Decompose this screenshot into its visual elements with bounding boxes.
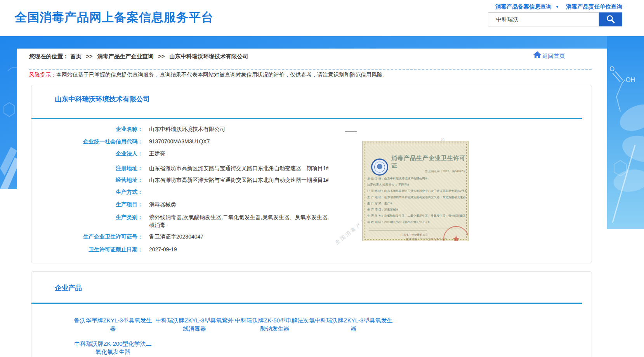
field-value: 2027-09-19	[149, 246, 177, 253]
field-label: 卫生许可证截止日期：	[50, 246, 143, 253]
certificate-fine-print	[369, 230, 427, 231]
nav-filing-query-link[interactable]: 消毒产品备案信息查询	[495, 3, 552, 10]
title-underline	[31, 118, 582, 119]
field-value: 山东中科瑞沃环境技术有限公司	[149, 125, 225, 133]
certificate-line: 法定代表人(或负责人)：王建亮※	[367, 182, 467, 188]
risk-notice: 风险提示：本网站仅基于已掌握的信息提供查询服务，查询结果不代表本网站对被查询对象…	[29, 71, 388, 78]
certificate-sheet: 消毒产品生产企业卫生许可证 鲁卫消证字〔2023〕第04047号 单 位 名 称…	[362, 141, 469, 241]
certificate-body: 单 位 名 称：山东中科瑞沃环境技术有限公司※ 法定代表人(或负责人)：王建亮※…	[367, 176, 467, 225]
certificate-line: 有 效 期 限：2023年9月20日至2027年9月19日※	[367, 219, 467, 225]
breadcrumb-home-link[interactable]: 首页	[70, 53, 82, 59]
field-label: 注册地址：	[50, 164, 143, 172]
scan-artifact-dash	[345, 131, 357, 132]
molecule-illustration: O OH	[607, 36, 644, 229]
field-value: 91370700MA3M3U1QX7	[149, 138, 210, 145]
field-value: 王建亮	[149, 150, 165, 157]
product-link[interactable]: 中科瑞沃牌ZKYL-3型臭氧发生器	[313, 316, 394, 333]
certificate-line: 单 位 名 称：山东中科瑞沃环境技术有限公司※	[367, 176, 467, 182]
certificate-title: 消毒产品生产企业卫生许可证	[391, 155, 467, 169]
top-nav: 消毒产品备案信息查询 ▼ 消毒产品责任单位查询	[495, 3, 622, 10]
certificate-line: 生 产 项 目：消毒器械※	[367, 207, 467, 213]
field-value: 山东省潍坊市高新区潍安路与宝通街交叉路口东北角自动变速器一期项目1#厂房	[149, 176, 340, 184]
field-label: 生产类别：	[50, 213, 143, 229]
breadcrumb-separator: >>	[158, 53, 165, 59]
breadcrumb-current: 山东中科瑞沃环境技术有限公司	[170, 53, 248, 59]
site-title: 全国消毒产品网上备案信息服务平台	[15, 9, 214, 26]
field-label: 经营地址：	[50, 176, 143, 184]
certificate-issuer: 山东省卫生健康委员会	[401, 233, 428, 237]
breadcrumb-prefix: 您现在的位置：	[29, 53, 69, 59]
company-name-title: 山东中科瑞沃环境技术有限公司	[55, 94, 150, 104]
health-emblem-icon	[371, 158, 388, 176]
certificate-fine-print	[369, 228, 461, 228]
svg-text:O: O	[609, 65, 614, 73]
field-row-license-expiry: 卫生许可证截止日期： 2027-09-19	[50, 246, 399, 253]
license-certificate-image: 全国消毒产品网上备案信息服务平台 全国消毒产品网上备案信息服务平台 消毒产品生产…	[328, 124, 472, 243]
field-label: 生产方式：	[50, 188, 143, 196]
product-link[interactable]: 中科瑞沃牌ZK-200型化学法二氧化氯发生器	[72, 340, 154, 356]
home-icon	[533, 51, 542, 60]
product-link[interactable]: 中科瑞沃牌ZK-50型电解法次氯酸钠发生器	[234, 316, 316, 333]
product-link[interactable]: 中科瑞沃牌ZKYL-3型臭氧紫外线消毒器	[154, 316, 235, 333]
field-label: 企业名称：	[50, 125, 143, 133]
company-info-card: 山东中科瑞沃环境技术有限公司 企业名称： 山东中科瑞沃环境技术有限公司 企业统一…	[31, 85, 592, 263]
certificate-issue-date: 批准日期：二〇二三年九月二十日	[406, 237, 447, 241]
certificate-number: 鲁卫消证字〔2023〕第04047号	[401, 169, 466, 173]
risk-notice-label: 风险提示：	[29, 71, 56, 78]
product-link[interactable]: 鲁沃华宇牌ZKYL-3型臭氧发生器	[72, 316, 154, 333]
field-value: 山东省潍坊市高新区潍安路与宝通街交叉路口东北角自动变速器一期项目1#厂房	[149, 164, 340, 172]
field-value: 鲁卫消证字202304047	[149, 233, 203, 240]
breadcrumb: 您现在的位置： 首页 >> 消毒产品生产企业查询 >> 山东中科瑞沃环境技术有限…	[29, 53, 248, 60]
main-container: 您现在的位置： 首页 >> 消毒产品生产企业查询 >> 山东中科瑞沃环境技术有限…	[17, 49, 607, 357]
field-label: 企业统一社会信用代码：	[50, 138, 143, 145]
field-label: 企业法人：	[50, 150, 143, 157]
search-icon	[606, 14, 615, 25]
search-input[interactable]	[488, 12, 599, 26]
dashed-divider	[29, 69, 592, 70]
field-label: 生产项目：	[50, 200, 143, 208]
field-label: 生产企业卫生许可证号：	[50, 233, 143, 240]
risk-notice-text: 本网站仅基于已掌握的信息提供查询服务，查询结果不代表本网站对被查询对象信用状况的…	[56, 71, 388, 78]
search-button[interactable]	[599, 12, 622, 26]
field-value: 消毒器械类	[149, 200, 176, 208]
title-underline	[31, 303, 582, 304]
breadcrumb-query-link[interactable]: 消毒产品生产企业查询	[97, 53, 154, 59]
back-home-link[interactable]: 返回首页	[533, 51, 565, 60]
chevron-down-icon[interactable]: ▼	[555, 5, 559, 9]
certificate-line: 生 产 地 址：山东省潍坊市高新区潍安路与宝通街交叉路口东北角自动变速器一期项目…	[367, 194, 467, 200]
nav-responsible-unit-query-link[interactable]: 消毒产品责任单位查询	[566, 3, 622, 10]
company-products-card: 企业产品 鲁沃华宇牌ZKYL-3型臭氧发生器 中科瑞沃牌ZKYL-3型臭氧紫外线…	[31, 271, 592, 357]
back-home-label: 返回首页	[542, 52, 565, 60]
svg-text:OH: OH	[626, 77, 635, 83]
certificate-line: 注 册 地 址：山东省潍坊高新区玉清东街以北中心次干道以西高新大厦902号科研楼…	[367, 188, 467, 194]
certificate-line: 生 产 方 式：生产※	[367, 200, 467, 207]
certificate-line: 生 产 类 别：次氯酸钠发生器、二氧化氯发生器、臭氧发生器、紫外线消毒器※	[367, 213, 467, 219]
banner-right-background: O OH	[607, 36, 644, 229]
products-section-title: 企业产品	[55, 283, 82, 293]
field-value: 紫外线消毒器,次氯酸钠发生器,二氧化氯发生器,臭氧发生器、臭氧水发生器,其他器械…	[149, 213, 349, 229]
breadcrumb-separator: >>	[86, 53, 93, 59]
page: 全国消毒产品网上备案信息服务平台 消毒产品备案信息查询 ▼ 消毒产品责任单位查询…	[0, 0, 644, 357]
